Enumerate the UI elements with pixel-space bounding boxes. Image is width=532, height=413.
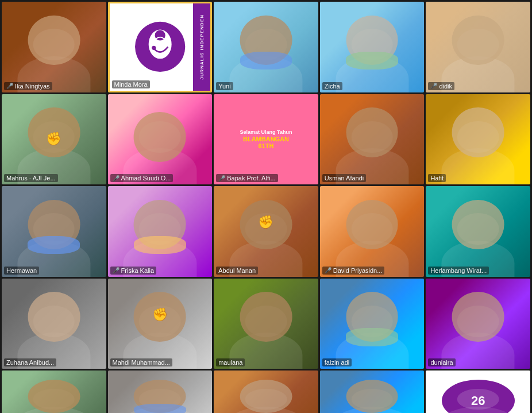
celebration-year: 61TH [240, 142, 292, 149]
participant-label: Mahdi Muhammad... [110, 358, 172, 366]
participant-label: 🎤 Friska Kalia [110, 267, 156, 275]
celebration-title: Selamat Ulang Tahun [240, 129, 292, 136]
participant-label: Mahrus - AJI Je... [4, 174, 58, 182]
participant-label: Zuhana Anibud... [4, 358, 56, 366]
participant-label: Abdul Manan [216, 267, 258, 275]
participant-cell-aji[interactable]: 26 🎤 AJI Indonesia [426, 370, 530, 413]
participant-label: Zicha [322, 82, 342, 90]
participant-cell[interactable]: Herlambang Wirat... [426, 186, 530, 277]
participant-label: Usman Afandi [322, 174, 366, 182]
participant-cell[interactable]: Zuhana Anibud... [2, 279, 106, 369]
participant-cell[interactable]: Hafit [426, 94, 530, 185]
participant-cell[interactable]: 🎤 Ahmad Suudi O... [108, 94, 213, 185]
participant-cell[interactable]: Hermawan [2, 186, 106, 277]
svg-point-3 [155, 32, 158, 35]
gesture-emoji: ✊ [152, 307, 168, 322]
participant-label: Herlambang Wirat... [428, 267, 489, 275]
participant-label: Hermawan [4, 267, 39, 275]
participant-cell[interactable]: Akbar Wiyana... [2, 370, 106, 413]
participant-label: maulana [216, 358, 245, 366]
participant-label: 🎤 Ika Ningtyas [4, 82, 52, 90]
participant-cell[interactable]: 🎤 Friska Kalia [108, 186, 213, 277]
mic-muted-icon: 🎤 [325, 267, 331, 273]
participant-label: faizin adi [322, 358, 352, 366]
participant-cell[interactable]: 🎤 David Priyasidn... [320, 186, 425, 277]
participant-cell[interactable]: Yuni [214, 2, 318, 92]
participant-cell-logo[interactable]: JURNALIS INDEPENDEN Minda Mora [108, 2, 213, 92]
participant-cell[interactable]: duniaira [426, 279, 530, 369]
mic-muted-icon: 🎤 [6, 83, 13, 89]
participant-label: 🎤 David Priyasidn... [322, 267, 385, 275]
participant-label: 🎤 Ahmad Suudi O... [110, 174, 174, 182]
participant-cell-celebration[interactable]: Selamat Ulang Tahun BLAMBANGAN 61TH 🎤 Ba… [214, 94, 318, 185]
participant-cell[interactable]: 🎤 Ulli [108, 370, 213, 413]
participant-cell[interactable]: 🎤 didik [426, 2, 530, 92]
participant-label: Minda Mora [112, 80, 150, 88]
logo-text: JURNALIS INDEPENDEN [199, 14, 205, 80]
participant-label: duniaira [428, 358, 455, 366]
participant-label: 🎤 didik [428, 82, 454, 90]
participant-label: Hafit [428, 174, 446, 182]
mic-muted-icon: 🎤 [113, 175, 119, 182]
participant-cell[interactable]: Zicha [320, 2, 425, 92]
participant-cell[interactable]: 🎤 Ika Ningtyas [2, 2, 106, 92]
gesture-emoji: ✊ [258, 215, 273, 230]
participant-cell[interactable]: maulana [214, 279, 318, 369]
participant-cell[interactable]: ✊ Mahdi Muhammad... [108, 279, 213, 369]
svg-point-4 [152, 46, 156, 50]
participant-cell[interactable]: don ramadnan [320, 370, 425, 413]
participant-cell[interactable]: ✊ Mahrus - AJI Je... [2, 94, 106, 185]
mic-muted-icon: 🎤 [113, 267, 119, 273]
video-conference-grid: 🎤 Ika Ningtyas JURNALIS INDEPENDEN Minda… [0, 0, 532, 370]
participant-label: Yuni [216, 82, 233, 90]
participant-cell[interactable]: faizin adi [320, 279, 425, 369]
celebration-subtitle: BLAMBANGAN [240, 136, 292, 142]
participant-cell[interactable]: ✊ Abdul Manan [214, 186, 318, 277]
gesture-emoji: ✊ [46, 132, 61, 146]
participant-cell[interactable]: 🎤 Andi Saputra | S... [214, 370, 318, 413]
mic-muted-icon: 🎤 [218, 175, 225, 182]
participant-cell[interactable]: Usman Afandi [320, 94, 425, 185]
mic-muted-icon: 🎤 [430, 83, 437, 89]
participant-label: 🎤 Bapak Prof. Alfi... [216, 174, 277, 182]
